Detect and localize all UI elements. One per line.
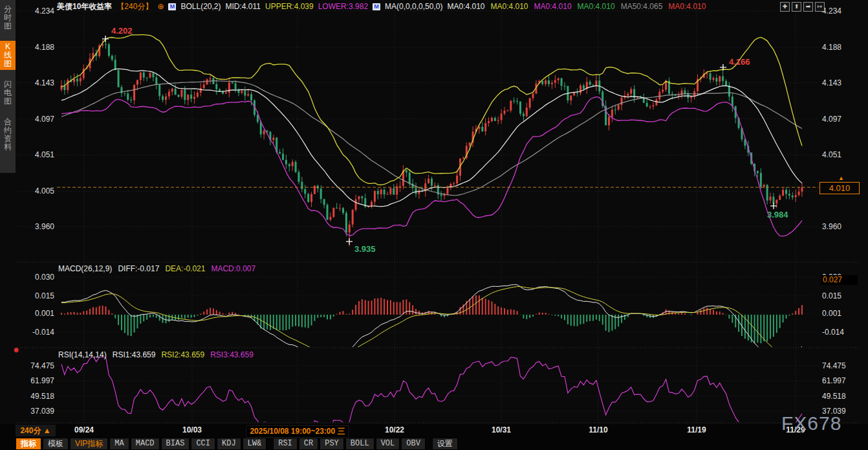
sidebar-tab-合约资料[interactable]: 合约资料 <box>0 116 16 153</box>
date-label-10/03: 10/03 <box>182 425 202 434</box>
macd-tick-left: 0.015 <box>17 291 54 300</box>
macd-tick-right: -0.014 <box>822 328 844 337</box>
sidebar-tab-char: 料 <box>4 143 12 152</box>
chart-header: 美债10年收益率 【240分】 ⊕ M BOLL(20,2) MID:4.011… <box>57 1 706 12</box>
boll-label: BOLL(20,2) <box>180 2 221 11</box>
price-annotation-3.935: 3.935 <box>354 244 376 254</box>
settings-button[interactable]: 设置 <box>432 438 458 450</box>
pan-crosshair-icon[interactable]: ✚ <box>780 2 790 12</box>
ma-value-1: MA0:4.010 <box>491 2 528 11</box>
toolbar-tab-指标[interactable]: 指标 <box>16 438 41 450</box>
price-tick-left: 4.051 <box>17 150 54 159</box>
price-tick-left: 4.188 <box>17 43 54 52</box>
rsi3-value: RSI3:43.659 <box>210 350 254 359</box>
ma-value-4: MA50:4.065 <box>621 2 663 11</box>
macd-axis-tag: 0.027 <box>821 275 858 285</box>
rsi-tick-right: 61.997 <box>822 376 846 385</box>
macd-tick-right: 0.001 <box>822 309 841 318</box>
rsi-tick-left: 74.475 <box>17 361 54 370</box>
ma-values-group: MA0:4.010MA0:4.010MA0:4.010MA0:4.010MA50… <box>447 2 706 11</box>
zoom-axis-up-icon[interactable]: ⬆ <box>792 2 801 12</box>
price-tick-right: 4.097 <box>822 115 841 124</box>
ma-params-label: MA(0,0,0,0,50,0) <box>385 2 442 11</box>
date-label-10/31: 10/31 <box>492 425 511 434</box>
price-tick-right: 4.051 <box>822 150 841 159</box>
indicator-button-PSY[interactable]: PSY <box>320 438 344 450</box>
indicator-button-LW&[interactable]: LW& <box>243 438 267 450</box>
rsi-tick-left: 61.997 <box>17 376 54 385</box>
shift-chart-right-icon[interactable]: ↦ <box>815 2 825 12</box>
price-annotation-4.202: 4.202 <box>111 26 133 36</box>
price-tick-left: 4.234 <box>17 6 54 16</box>
indicator-alert-icon: ✹ <box>13 346 19 355</box>
price-tick-left: 4.143 <box>17 78 54 87</box>
trading-app-window: 分时图K线图闪电图合约资料 美债10年收益率 【240分】 ⊕ M BOLL(2… <box>0 0 868 450</box>
indicator-button-CCI[interactable]: CCI <box>191 438 215 450</box>
instrument-title: 美债10年收益率 <box>57 1 112 12</box>
ma-value-0: MA0:4.010 <box>447 2 484 11</box>
ma-value-2: MA0:4.010 <box>534 2 572 11</box>
price-tick-right: 4.143 <box>822 78 841 87</box>
zoom-axis-right-icon[interactable]: ➡ <box>803 2 813 12</box>
rsi2-value: RSI2:43.659 <box>161 350 204 359</box>
price-tick-left: 4.005 <box>17 186 54 196</box>
ma-indicator-icon: M <box>373 3 380 10</box>
rsi-params-label: RSI(14,14,14) <box>58 350 107 359</box>
price-tick-right: 4.188 <box>822 43 841 52</box>
macd-tick-left: 0.001 <box>17 309 54 318</box>
sidebar-tab-分时图[interactable]: 分时图 <box>0 3 16 32</box>
sidebar-tab-char: 图 <box>4 22 12 30</box>
fx678-watermark: FX678 <box>781 412 841 434</box>
chart-tool-icons: ✚⬆➡↦ <box>780 2 825 12</box>
rsi-tick-right: 74.475 <box>822 361 846 370</box>
price-annotation-4.166: 4.166 <box>729 57 750 67</box>
price-tick-left: 4.097 <box>17 115 54 124</box>
price-tag-arrow-icon: ▲ <box>838 175 844 181</box>
price-tick-left: 3.960 <box>17 222 54 231</box>
price-tick-right: 4.234 <box>822 6 841 16</box>
last-price-tag: 4.010 <box>819 182 860 194</box>
date-label-11/10: 11/10 <box>589 425 607 434</box>
price-tick-right: 3.960 <box>822 222 841 231</box>
indicator-button-MACD[interactable]: MACD <box>131 438 160 450</box>
rsi-tick-left: 49.518 <box>17 392 54 401</box>
rsi1-value: RSI1:43.659 <box>113 350 156 359</box>
rsi-tick-right: 49.518 <box>822 392 846 401</box>
indicator-button-BOLL[interactable]: BOLL <box>345 438 374 450</box>
ma-value-5: MA0:4.010 <box>668 2 706 11</box>
rsi-tick-left: 37.039 <box>17 407 54 416</box>
ma-value-3: MA0:4.010 <box>578 2 615 11</box>
interval-badge: 【240分】 <box>116 1 153 12</box>
date-label-10/22: 10/22 <box>385 425 404 434</box>
indicator-button-CR[interactable]: CR <box>299 438 318 450</box>
toolbar-tab-VIP指标[interactable]: VIP指标 <box>70 438 108 450</box>
date-label-09/24: 09/24 <box>74 425 94 434</box>
boll-mid-value: MID:4.011 <box>226 2 261 11</box>
interval-selector[interactable]: 240分 ▲ <box>16 425 56 436</box>
toolbar-tab-模板[interactable]: 模板 <box>43 438 69 450</box>
date-label-11/19: 11/19 <box>687 425 706 434</box>
indicator-button-BIAS[interactable]: BIAS <box>161 438 190 450</box>
sidebar-tab-K线图[interactable]: K线图 <box>0 41 16 70</box>
macd-dea-value: DEA:-0.021 <box>165 264 205 273</box>
boll-lower-value: LOWER:3.982 <box>318 2 368 11</box>
current-bar-time-label[interactable]: 2025/10/08 19:00~23:00 三 <box>246 425 349 438</box>
sidebar-chart-modes: 分时图K线图闪电图合约资料 <box>0 0 16 173</box>
chart-canvas[interactable] <box>0 0 868 450</box>
macd-params-label: MACD(26,12,9) <box>58 264 112 273</box>
price-annotation-3.984: 3.984 <box>767 210 788 219</box>
sidebar-tab-char: 图 <box>4 60 12 68</box>
zoom-plus-icon[interactable]: ⊕ <box>157 2 164 11</box>
sidebar-tab-闪电图[interactable]: 闪电图 <box>0 78 16 107</box>
macd-tick-left: -0.014 <box>17 328 54 337</box>
indicator-toolbar: 指标模板VIP指标MAMACDBIASCCIKDJLW&RSICRPSYBOLL… <box>0 438 868 450</box>
macd-macd-value: MACD:0.007 <box>211 264 255 273</box>
indicator-button-OBV[interactable]: OBV <box>401 438 426 450</box>
indicator-button-KDJ[interactable]: KDJ <box>217 438 241 450</box>
macd-tick-right: 0.015 <box>822 291 841 300</box>
indicator-button-MA[interactable]: MA <box>109 438 129 450</box>
macd-diff-value: DIFF:-0.017 <box>118 264 159 273</box>
macd-panel-header: MACD(26,12,9) DIFF:-0.017 DEA:-0.021 MAC… <box>58 264 255 273</box>
indicator-button-VOL[interactable]: VOL <box>376 438 400 450</box>
indicator-button-RSI[interactable]: RSI <box>273 438 298 450</box>
